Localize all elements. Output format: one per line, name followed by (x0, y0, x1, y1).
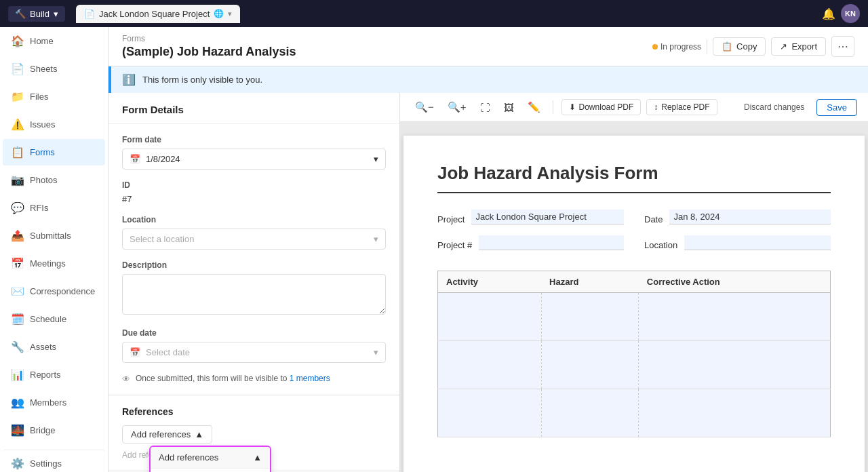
chevron-down-icon: ▾ (374, 347, 378, 357)
sidebar-item-photos[interactable]: 📷 Photos (3, 167, 105, 193)
dropdown-header-label: Add references (159, 452, 218, 463)
id-value: #7 (122, 194, 386, 204)
description-group: Description (122, 260, 386, 317)
sidebar-item-reports[interactable]: 📊 Reports (3, 361, 105, 388)
top-bar: 🔨 Build ▾ 📄 Jack London Square Project 🌐… (0, 0, 868, 27)
assets-icon: 🔧 (11, 340, 24, 353)
fit-page-button[interactable]: ⛶ (476, 99, 494, 116)
sidebar-item-bridge[interactable]: 🌉 Bridge (3, 417, 105, 444)
build-button[interactable]: 🔨 Build ▾ (8, 6, 65, 22)
discard-changes-button[interactable]: Discard changes (737, 100, 811, 115)
export-button[interactable]: ↗ Export (771, 37, 826, 56)
sidebar-item-issues[interactable]: ⚠️ Issues (3, 111, 105, 138)
build-label: Build (30, 9, 50, 19)
avatar-initials: KN (845, 9, 856, 18)
dropdown-item-photos[interactable]: 🖼️ Photos (151, 469, 270, 472)
sidebar-item-sheets[interactable]: 📄 Sheets (3, 56, 105, 82)
chevron-down-icon: ▾ (374, 154, 378, 164)
sidebar-item-meetings[interactable]: 📅 Meetings (3, 250, 105, 277)
hazard-table: Activity Hazard Corrective Action (437, 271, 831, 437)
location-pdf-field-label: Location (644, 240, 677, 250)
location-input[interactable]: Select a location ▾ (122, 229, 386, 250)
sidebar-item-rfis[interactable]: 💬 RFIs (3, 195, 105, 221)
visibility-note: 👁 Once submitted, this form will be visi… (122, 374, 386, 384)
zoom-out-button[interactable]: 🔍− (411, 98, 438, 116)
sidebar-item-assets[interactable]: 🔧 Assets (3, 334, 105, 360)
location-placeholder: Select a location (130, 234, 194, 244)
more-options-button[interactable]: ⋯ (831, 36, 854, 57)
hazard-col-header: Hazard (541, 271, 639, 293)
files-icon: 📁 (11, 90, 24, 103)
description-input[interactable] (122, 274, 386, 315)
add-references-label: Add references (131, 429, 191, 439)
sidebar-label-rfis: RFIs (30, 203, 48, 213)
top-bar-center: 📄 Jack London Square Project 🌐 ▾ (76, 5, 811, 23)
meetings-icon: 📅 (11, 257, 24, 270)
image-button[interactable]: 🖼 (500, 99, 518, 116)
pdf-viewer: 🔍− 🔍+ ⛶ 🖼 ✏️ ⬇ Download PDF ↕ Replace PD… (400, 93, 868, 472)
download-pdf-button[interactable]: ⬇ Download PDF (561, 99, 642, 115)
pdf-page: Job Hazard Analysis Form Project Jack Lo… (403, 136, 865, 472)
status-label: In progress (660, 42, 701, 52)
avatar[interactable]: KN (841, 4, 860, 23)
pdf-toolbar: 🔍− 🔍+ ⛶ 🖼 ✏️ ⬇ Download PDF ↕ Replace PD… (400, 93, 868, 122)
sidebar-label-correspondence: Correspondence (30, 286, 95, 296)
chevron-up-icon2: ▲ (253, 452, 262, 463)
sidebar-item-correspondence[interactable]: ✉️ Correspondence (3, 278, 105, 304)
add-references-button[interactable]: Add references ▲ (122, 425, 212, 444)
location-group: Location Select a location ▾ (122, 215, 386, 250)
breadcrumb: Forms (122, 34, 296, 43)
annotation-button[interactable]: ✏️ (524, 98, 545, 116)
corrective-cell-3 (639, 389, 830, 437)
sidebar-label-reports: Reports (30, 370, 61, 380)
table-row (438, 341, 831, 389)
activity-cell-3 (438, 389, 541, 437)
references-section: References Add references ▲ Add referenc… (108, 395, 399, 471)
sidebar-item-members[interactable]: 👥 Members (3, 389, 105, 416)
project-name: Jack London Square Project (99, 9, 210, 19)
sidebar-label-schedule: Schedule (30, 314, 66, 324)
calendar-icon: 📅 (130, 154, 140, 164)
sidebar-label-home: Home (30, 36, 54, 46)
sidebar-item-files[interactable]: 📁 Files (3, 83, 105, 110)
sidebar-item-settings[interactable]: ⚙️ Settings (3, 450, 105, 472)
table-row (438, 389, 831, 437)
info-banner-text: This form is only visible to you. (142, 75, 262, 85)
download-icon: ⬇ (569, 102, 576, 112)
globe-icon: 🌐 (214, 9, 224, 18)
form-pdf-layout: Form Details Form date 📅 1/8/2024 ▾ (108, 93, 868, 472)
members-link[interactable]: 1 members (290, 374, 330, 383)
copy-button[interactable]: 📋 Copy (713, 37, 766, 56)
form-date-input[interactable]: 📅 1/8/2024 ▾ (122, 149, 386, 170)
project-num-field-label: Project # (437, 240, 472, 250)
eye-icon: 👁 (122, 374, 130, 384)
sidebar-label-files: Files (30, 92, 48, 102)
due-date-input[interactable]: 📅 Select date ▾ (122, 342, 386, 363)
header-left: Forms (Sample) Job Hazard Analysis (122, 34, 296, 59)
sidebar-label-forms: Forms (30, 147, 55, 157)
project-tab[interactable]: 📄 Jack London Square Project 🌐 ▾ (76, 5, 240, 23)
replace-icon: ↕ (654, 102, 658, 112)
chevron-down-icon: ▾ (374, 234, 378, 244)
sidebar-label-sheets: Sheets (30, 64, 57, 74)
export-icon: ↗ (780, 41, 787, 52)
project-field: Project Jack London Square Project (437, 210, 624, 224)
project-num-field: Project # (437, 235, 624, 250)
project-field-label: Project (437, 214, 465, 224)
chevron-down-icon: ▾ (54, 9, 58, 19)
notification-icon[interactable]: 🔔 (822, 7, 835, 20)
schedule-icon: 🗓️ (11, 313, 24, 326)
sidebar-item-home[interactable]: 🏠 Home (3, 28, 105, 54)
location-pdf-field: Location (644, 235, 831, 250)
save-button[interactable]: Save (816, 99, 857, 116)
sidebar-item-submittals[interactable]: 📤 Submittals (3, 222, 105, 249)
zoom-in-button[interactable]: 🔍+ (443, 98, 471, 116)
sidebar-item-forms[interactable]: 📋 Forms (3, 139, 105, 165)
sidebar-label-photos: Photos (30, 175, 57, 185)
pdf-fields-grid: Project Jack London Square Project Date … (437, 210, 831, 250)
corrective-cell-1 (639, 293, 830, 340)
sidebar-item-schedule[interactable]: 🗓️ Schedule (3, 306, 105, 332)
replace-pdf-button[interactable]: ↕ Replace PDF (646, 99, 717, 115)
status-dot (652, 44, 658, 50)
form-date-value: 1/8/2024 (146, 154, 180, 164)
